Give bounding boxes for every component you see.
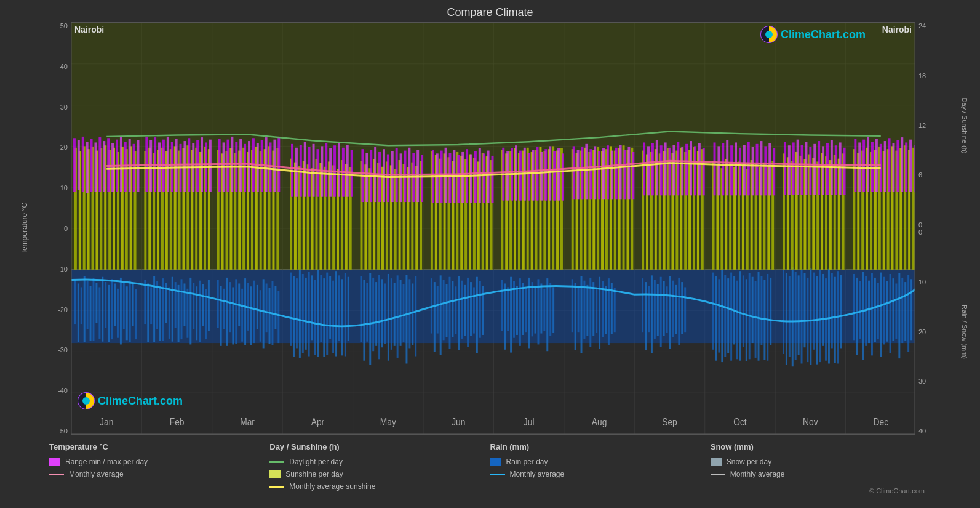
svg-rect-63: [189, 278, 191, 345]
svg-rect-158: [532, 282, 533, 336]
svg-rect-557: [624, 150, 626, 199]
svg-rect-215: [770, 278, 771, 345]
svg-rect-143: [470, 282, 472, 336]
svg-rect-97: [308, 272, 310, 356]
svg-rect-75: [232, 287, 234, 344]
svg-rect-559: [632, 152, 634, 199]
svg-rect-589: [773, 148, 775, 195]
svg-rect-206: [743, 275, 744, 347]
legend-sunshine-avg-label: Monthly average sunshine: [289, 482, 375, 491]
svg-rect-573: [698, 143, 701, 196]
svg-rect-484: [277, 137, 280, 192]
svg-rect-439: [78, 140, 80, 190]
y-right-top-18: 18: [918, 72, 968, 79]
svg-rect-482: [269, 142, 272, 192]
svg-rect-574: [703, 148, 705, 195]
svg-rect-190: [669, 276, 671, 349]
svg-rect-157: [528, 278, 530, 349]
svg-rect-450: [124, 142, 127, 192]
svg-rect-165: [552, 287, 554, 333]
legend-snow-avg: Monthly average: [711, 470, 931, 478]
svg-rect-86: [266, 283, 268, 332]
svg-rect-133: [440, 275, 442, 355]
svg-rect-592: [792, 142, 795, 195]
y-axis-left-ticks: 50 40 30 20 10 0 -10 -20 -30 -40 -50: [37, 22, 71, 435]
svg-rect-90: [277, 291, 279, 343]
svg-rect-144: [473, 287, 475, 333]
y-right-bottom-label: Rain / Snow (mm): [961, 295, 968, 369]
svg-rect-603: [839, 142, 842, 195]
svg-rect-102: [323, 278, 325, 357]
svg-rect-228: [819, 270, 821, 362]
svg-rect-99: [314, 280, 316, 355]
svg-rect-594: [801, 145, 803, 195]
svg-rect-235: [840, 275, 842, 348]
svg-rect-87: [269, 288, 271, 344]
svg-rect-612: [884, 141, 886, 192]
legend-sunshine-avg-line: [269, 486, 284, 488]
svg-rect-251: [898, 273, 900, 358]
logo-text-top: ClimeChart.com: [781, 28, 866, 41]
svg-rect-182: [645, 282, 647, 350]
svg-rect-119: [384, 283, 386, 344]
svg-rect-569: [681, 147, 683, 196]
svg-rect-252: [901, 278, 903, 343]
svg-rect-71: [220, 286, 222, 346]
legend-snow-avg-label: Monthly average: [730, 470, 785, 478]
svg-rect-45: [129, 281, 131, 342]
svg-rect-114: [369, 273, 371, 365]
svg-rect-586: [760, 141, 762, 195]
svg-rect-602: [835, 145, 837, 195]
svg-rect-443: [94, 142, 97, 192]
svg-rect-588: [768, 143, 771, 196]
svg-rect-233: [834, 277, 836, 363]
legend-snow-per-day-label: Snow per day: [727, 458, 771, 466]
svg-rect-161: [540, 283, 542, 333]
svg-rect-563: [656, 140, 658, 195]
svg-rect-581: [739, 148, 741, 196]
y-right-bottom-30: 30: [918, 377, 968, 385]
svg-rect-617: [905, 142, 907, 192]
svg-rect-192: [675, 285, 677, 334]
svg-rect-100: [317, 270, 319, 357]
svg-rect-105: [332, 281, 334, 353]
svg-rect-29: [81, 287, 82, 324]
svg-rect-39: [111, 279, 113, 339]
y-right-top-label: Day / Sunshine (h): [961, 89, 968, 163]
svg-rect-454: [145, 137, 148, 192]
svg-rect-52: [156, 281, 158, 329]
svg-rect-30: [84, 276, 86, 342]
svg-rect-56: [169, 287, 170, 339]
svg-rect-74: [229, 282, 231, 332]
svg-rect-577: [722, 143, 724, 196]
svg-rect-522: [461, 152, 464, 203]
svg-rect-561: [647, 146, 650, 195]
svg-rect-46: [132, 284, 134, 326]
legend-snow-title: Snow (mm): [711, 442, 931, 451]
svg-rect-545: [573, 146, 575, 199]
svg-rect-553: [607, 145, 609, 199]
svg-rect-446: [107, 138, 110, 192]
svg-rect-199: [721, 270, 723, 362]
svg-rect-494: [329, 148, 332, 197]
y-right-top-0: 0: [918, 221, 968, 228]
svg-rect-170: [583, 281, 585, 339]
svg-rect-572: [694, 146, 696, 195]
svg-rect-153: [516, 286, 518, 335]
svg-rect-109: [345, 273, 346, 357]
svg-rect-543: [557, 148, 560, 201]
svg-rect-116: [375, 282, 377, 346]
svg-rect-566: [669, 148, 671, 196]
chart-title: Compare Climate: [12, 6, 968, 19]
svg-rect-505: [383, 149, 385, 202]
svg-text:Oct: Oct: [733, 416, 747, 427]
svg-rect-529: [492, 156, 494, 203]
location-label-left: Nairobi: [71, 23, 107, 36]
svg-rect-171: [586, 285, 588, 336]
svg-rect-135: [446, 284, 448, 337]
svg-rect-129: [415, 276, 416, 357]
svg-rect-225: [810, 268, 811, 365]
svg-rect-534: [519, 151, 522, 201]
y-axis-left-label: Temperature °C: [20, 203, 29, 254]
svg-rect-41: [117, 289, 119, 338]
